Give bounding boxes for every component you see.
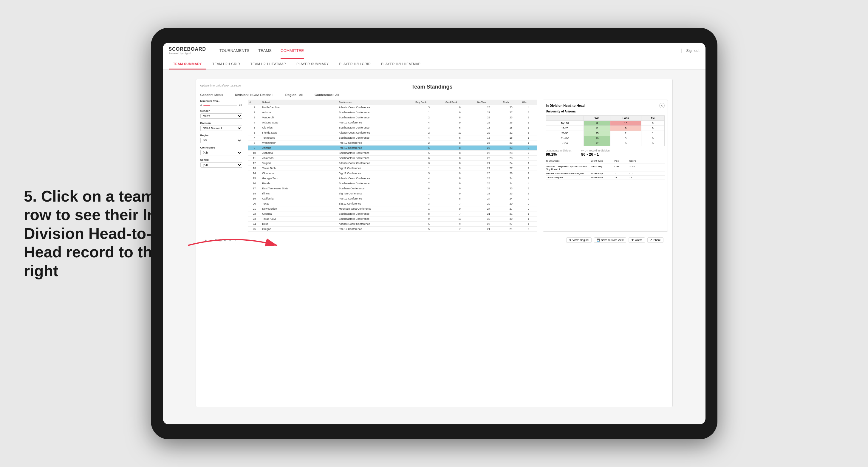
toolbar-icon2[interactable]: ⊕	[224, 239, 226, 242]
sub-nav-player-h2h-heatmap[interactable]: PLAYER H2H HEATMAP	[377, 59, 425, 69]
table-row[interactable]: 9 Arizona Pac-12 Conference 5 8 23 23 3	[248, 146, 537, 151]
cell-win: 0	[521, 227, 537, 232]
sub-nav-team-h2h-grid[interactable]: TEAM H2H GRID	[208, 59, 245, 69]
share-button[interactable]: ↗ Share	[647, 238, 663, 243]
cell-conference: Atlantic Coast Conference	[337, 176, 414, 181]
table-row[interactable]: 5 Ole Miss Southeastern Conference 3 6 1…	[248, 125, 537, 130]
h2h-team-name: University of Arizona	[546, 110, 664, 113]
cell-rnds: 24	[501, 181, 521, 186]
nav-link-tournaments[interactable]: TOURNAMENTS	[219, 43, 249, 59]
table-header-row: # School Conference Reg Rank Conf Rank N…	[248, 100, 537, 105]
cell-rank: 17	[248, 186, 261, 191]
cell-school: California	[260, 196, 337, 201]
view-icon: 👁	[569, 239, 571, 242]
sub-nav-team-summary[interactable]: TEAM SUMMARY	[169, 59, 207, 69]
school-select[interactable]: (All)	[200, 162, 242, 167]
h2h-range-100plus: >100	[546, 141, 584, 146]
table-row[interactable]: 15 Georgia Tech Atlantic Coast Conferenc…	[248, 176, 537, 181]
save-custom-view-button[interactable]: 💾 Save Custom View	[594, 238, 626, 243]
cell-rnds: 23	[501, 146, 521, 151]
t3-score: 17	[629, 176, 644, 179]
sub-nav-player-summary[interactable]: PLAYER SUMMARY	[292, 59, 333, 69]
table-row[interactable]: 24 Duke Atlantic Coast Conference 5 9 27…	[248, 222, 537, 227]
toolbar-undo[interactable]: ↩	[205, 239, 207, 242]
table-row[interactable]: 8 Washington Pac-12 Conference 2 8 23 23…	[248, 141, 537, 146]
division-select[interactable]: NCAA Division I	[200, 126, 242, 131]
watch-button[interactable]: 👁 Watch	[628, 238, 645, 243]
table-row[interactable]: 2 Auburn Southeastern Conference 1 9 27 …	[248, 110, 537, 115]
cell-conference: Big 12 Conference	[337, 201, 414, 206]
table-row[interactable]: 12 Virginia Atlantic Coast Conference 3 …	[248, 161, 537, 166]
cell-conference: Southeastern Conference	[337, 115, 414, 120]
cell-reg-rank: 4	[414, 120, 444, 125]
table-body: 1 North Carolina Atlantic Coast Conferen…	[248, 105, 537, 232]
conference-select[interactable]: (All)	[200, 150, 242, 155]
table-row[interactable]: 4 Arizona State Pac-12 Conference 4 9 26…	[248, 120, 537, 125]
table-row[interactable]: 6 Florida State Atlantic Coast Conferenc…	[248, 130, 537, 135]
table-row[interactable]: 13 Texas Tech Big 12 Conference 1 9 27 2…	[248, 166, 537, 171]
conference-value: All	[335, 93, 339, 97]
h2h-col-tie: Tie	[641, 116, 664, 121]
cell-reg-rank: 4	[414, 176, 444, 181]
table-row[interactable]: 25 Oregon Pac-12 Conference 5 7 21 21 0	[248, 227, 537, 232]
cell-no-tour: 26	[476, 171, 501, 176]
nav-link-committee[interactable]: COMMITTEE	[281, 43, 304, 59]
cell-conference: Southeastern Conference	[337, 151, 414, 156]
conference-label: Conference:	[315, 93, 334, 97]
table-row[interactable]: 21 New Mexico Mountain West Conference 1…	[248, 206, 537, 212]
cell-conf-rank: 8	[444, 146, 476, 151]
region-select[interactable]: N/A	[200, 138, 242, 143]
cell-reg-rank: 8	[414, 186, 444, 191]
table-row[interactable]: 22 Georgia Southeastern Conference 8 7 2…	[248, 212, 537, 217]
cell-conf-rank: 9	[444, 166, 476, 171]
h2h-range-26-50: 26-50	[546, 131, 584, 136]
table-row[interactable]: 19 California Pac-12 Conference 4 8 24 2…	[248, 196, 537, 201]
toolbar-clock[interactable]: ⏱	[234, 239, 237, 242]
sign-out-button[interactable]: Sign out	[681, 49, 699, 53]
cell-win: 1	[521, 120, 537, 125]
opponents-label: Opponents in division:	[546, 149, 572, 152]
h2h-loss-51-100: 3	[610, 136, 641, 141]
table-row[interactable]: 14 Oklahoma Big 12 Conference 3 9 26 26 …	[248, 171, 537, 176]
table-row[interactable]: 20 Texas Big 12 Conference 3 7 20 20 2	[248, 201, 537, 206]
table-row[interactable]: 10 Alabama Southeastern Conference 5 8 2…	[248, 151, 537, 156]
gender-select[interactable]: Men's	[200, 113, 242, 119]
table-row[interactable]: 3 Vanderbilt Southeastern Conference 2 8…	[248, 115, 537, 120]
cell-no-tour: 27	[476, 206, 501, 212]
cell-reg-rank: 2	[414, 130, 444, 135]
cell-win: 1	[521, 161, 537, 166]
cell-rnds: 27	[501, 110, 521, 115]
view-original-button[interactable]: 👁 View: Original	[566, 238, 592, 243]
school-filter-label: School	[200, 158, 242, 161]
h2h-row-top10: Top 10 3 13 0	[546, 121, 664, 126]
table-row[interactable]: 16 Florida Southeastern Conference 7 9 2…	[248, 181, 537, 186]
h2h-title: In Division Head-to-Head	[546, 104, 585, 107]
cell-school: Arizona State	[260, 120, 337, 125]
table-row[interactable]: 1 North Carolina Atlantic Coast Conferen…	[248, 105, 537, 110]
cell-win: 2	[521, 206, 537, 212]
toolbar-redo-left[interactable]: ↪	[210, 239, 212, 242]
table-row[interactable]: 7 Tennessee Southeastern Conference 4 6 …	[248, 135, 537, 141]
table-row[interactable]: 11 Arkansas Southeastern Conference 6 8 …	[248, 156, 537, 161]
conference-filter-display: Conference: All	[315, 93, 339, 97]
table-row[interactable]: 17 East Tennessee State Southern Confere…	[248, 186, 537, 191]
sub-nav-player-h2h-grid[interactable]: PLAYER H2H GRID	[335, 59, 375, 69]
h2h-close-button[interactable]: ✕	[659, 103, 664, 108]
table-row[interactable]: 23 Texas A&M Southeastern Conference 9 1…	[248, 217, 537, 222]
record-value: 86 - 26 - 1	[581, 152, 610, 157]
toolbar-step-back[interactable]: ⟲	[214, 239, 217, 242]
table-row[interactable]: 18 Illinois Big Ten Conference 1 9 23 23…	[248, 191, 537, 196]
min-rounds-slider[interactable]: 4 20	[200, 103, 242, 106]
cell-conference: Southeastern Conference	[337, 135, 414, 141]
cell-conf-rank: 9	[444, 181, 476, 186]
cell-rnds: 20	[501, 201, 521, 206]
sub-nav-team-h2h-heatmap[interactable]: TEAM H2H HEATMAP	[246, 59, 290, 69]
toolbar-icon3[interactable]: ⊗	[229, 239, 231, 242]
nav-link-teams[interactable]: TEAMS	[258, 43, 272, 59]
cell-rank: 3	[248, 115, 261, 120]
tournament-table-header: Tournament Event Type Pos Score	[546, 160, 664, 163]
logo-subtitle: Powered by clippd	[169, 52, 206, 55]
cell-reg-rank: 5	[414, 146, 444, 151]
toolbar-icon1[interactable]: ⊡	[219, 239, 221, 242]
h2h-table-header: Win Loss Tie	[546, 116, 664, 121]
